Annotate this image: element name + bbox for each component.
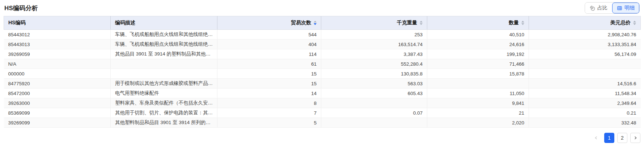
page-button-1[interactable]: 1: [604, 133, 614, 143]
cell-quantity: 199,192: [427, 49, 529, 59]
cell-hs_code: 85472000: [4, 89, 111, 98]
table-row: 85369099其他用于切割、切片、保护电路的装置：其他...70.07210.…: [4, 108, 641, 118]
cell-hs_code: N/A: [4, 59, 111, 69]
cell-desc: 其他塑料制品和品目 3901 至 3914 所列的其...: [111, 118, 217, 128]
cell-usd_total: 11,548.34: [529, 89, 641, 98]
hs-code-analysis-panel: HS编码分析 占比: [0, 0, 644, 143]
cell-desc: [111, 69, 217, 79]
cell-trade_count: 7: [217, 108, 321, 118]
chevron-right-icon[interactable]: [630, 133, 640, 143]
cell-usd_total: 332.48: [529, 118, 641, 128]
cell-weight_kg: 0.07: [321, 108, 427, 118]
view-toggle-group: 占比 明细: [585, 2, 640, 14]
column-label: 编码描述: [115, 20, 135, 26]
cell-quantity: 2,020: [427, 118, 529, 128]
column-header-hs_code: HS编码: [4, 16, 111, 30]
cell-desc: 其他品目 3901 至 3914 的塑料制品和其他材...: [111, 49, 217, 59]
table-row: 84775920用于模制或以其他方式形成橡胶或塑料产品的...15563.031…: [4, 79, 641, 89]
column-header-trade_count[interactable]: 贸易次数: [217, 16, 321, 30]
pie-chart-icon: [590, 5, 595, 11]
cell-desc: 用于模制或以其他方式形成橡胶或塑料产品的...: [111, 79, 217, 89]
column-label: 美元总价: [610, 20, 631, 26]
pagination: 12: [4, 133, 640, 143]
cell-hs_code: 85369099: [4, 108, 111, 118]
cell-hs_code: 84775920: [4, 79, 111, 89]
cell-usd_total: [529, 59, 641, 69]
cell-weight_kg: 605.43: [321, 89, 427, 98]
cell-usd_total: 3,133,351.84: [529, 40, 641, 49]
toggle-detail-button[interactable]: 明细: [612, 3, 639, 13]
cell-weight_kg: 163,514.74: [321, 40, 427, 49]
cell-weight_kg: 253: [321, 30, 427, 40]
cell-quantity: 21: [427, 108, 529, 118]
cell-usd_total: [529, 69, 641, 79]
table-body: 85443012车辆、飞机或船舶用点火线组和其他线组绝缘...54425340,…: [4, 30, 641, 128]
cell-desc: 塑料家具、车身及类似配件（不包括永久安装...: [111, 98, 217, 108]
cell-trade_count: 61: [217, 59, 321, 69]
table-row: 00000015130,835.815,878: [4, 69, 641, 79]
cell-desc: 其他用于切割、切片、保护电路的装置：其他...: [111, 108, 217, 118]
table-row: 39269059其他品目 3901 至 3914 的塑料制品和其他材...114…: [4, 49, 641, 59]
cell-weight_kg: [321, 118, 427, 128]
top-bar: HS编码分析 占比: [4, 0, 640, 16]
toggle-detail-label: 明细: [624, 5, 635, 11]
cell-quantity: 11,050: [427, 89, 529, 98]
cell-quantity: 9,841: [427, 98, 529, 108]
cell-trade_count: 404: [217, 40, 321, 49]
table-row: 85443013车辆、飞机或船舶用点火线组和其他线组绝缘...404163,51…: [4, 40, 641, 49]
cell-usd_total: 2,349.64: [529, 98, 641, 108]
cell-weight_kg: [321, 98, 427, 108]
table-row: 85443012车辆、飞机或船舶用点火线组和其他线组绝缘...54425340,…: [4, 30, 641, 40]
sort-carets-icon: [420, 21, 423, 25]
cell-weight_kg: 130,835.8: [321, 69, 427, 79]
page-button-2[interactable]: 2: [617, 133, 627, 143]
cell-trade_count: 5: [217, 118, 321, 128]
sort-carets-icon: [521, 21, 524, 25]
cell-weight_kg: 3,387.43: [321, 49, 427, 59]
cell-hs_code: 000000: [4, 69, 111, 79]
column-header-weight_kg[interactable]: 千克重量: [321, 16, 427, 30]
cell-quantity: 71,466: [427, 59, 529, 69]
cell-usd_total: 56,174.09: [529, 49, 641, 59]
table-row: 85472000电气用塑料绝缘配件14605.4311,05011,548.34: [4, 89, 641, 98]
cell-usd_total: 2,908,240.76: [529, 30, 641, 40]
cell-trade_count: 15: [217, 79, 321, 89]
cell-trade_count: 15: [217, 69, 321, 79]
cell-desc: 电气用塑料绝缘配件: [111, 89, 217, 98]
table-icon: [617, 5, 622, 11]
toggle-proportion-label: 占比: [597, 5, 607, 11]
cell-hs_code: 39269059: [4, 49, 111, 59]
chevron-left-icon[interactable]: [591, 133, 601, 143]
toggle-proportion-button[interactable]: 占比: [585, 3, 612, 13]
cell-hs_code: 85443013: [4, 40, 111, 49]
column-header-desc: 编码描述: [111, 16, 217, 30]
cell-trade_count: 544: [217, 30, 321, 40]
cell-usd_total: 14,516.6: [529, 79, 641, 89]
cell-desc: 车辆、飞机或船舶用点火线组和其他线组绝缘...: [111, 30, 217, 40]
column-label: 数量: [509, 20, 519, 26]
cell-quantity: 40,510: [427, 30, 529, 40]
page-title: HS编码分析: [4, 4, 38, 12]
hs-code-table: HS编码编码描述贸易次数千克重量数量美元总价 85443012车辆、飞机或船舶用…: [4, 16, 641, 128]
column-label: 千克重量: [397, 20, 417, 26]
cell-usd_total: 0.21: [529, 108, 641, 118]
cell-weight_kg: 563.03: [321, 79, 427, 89]
cell-quantity: 24,616: [427, 40, 529, 49]
column-header-quantity[interactable]: 数量: [427, 16, 529, 30]
cell-desc: [111, 59, 217, 69]
column-label: HS编码: [8, 20, 25, 26]
column-header-usd_total[interactable]: 美元总价: [529, 16, 641, 30]
cell-weight_kg: 552,280.4: [321, 59, 427, 69]
sort-carets-icon: [633, 21, 636, 25]
cell-desc: 车辆、飞机或船舶用点火线组和其他线组绝缘...: [111, 40, 217, 49]
table-row: 39269099其他塑料制品和品目 3901 至 3914 所列的其...52,…: [4, 118, 641, 128]
table-row: 39263000塑料家具、车身及类似配件（不包括永久安装...89,8412,3…: [4, 98, 641, 108]
cell-trade_count: 14: [217, 89, 321, 98]
cell-trade_count: 8: [217, 98, 321, 108]
cell-trade_count: 114: [217, 49, 321, 59]
column-label: 贸易次数: [291, 20, 311, 26]
cell-quantity: 15,878: [427, 69, 529, 79]
cell-hs_code: 39269099: [4, 118, 111, 128]
table-row: N/A61552,280.471,466: [4, 59, 641, 69]
cell-quantity: [427, 79, 529, 89]
